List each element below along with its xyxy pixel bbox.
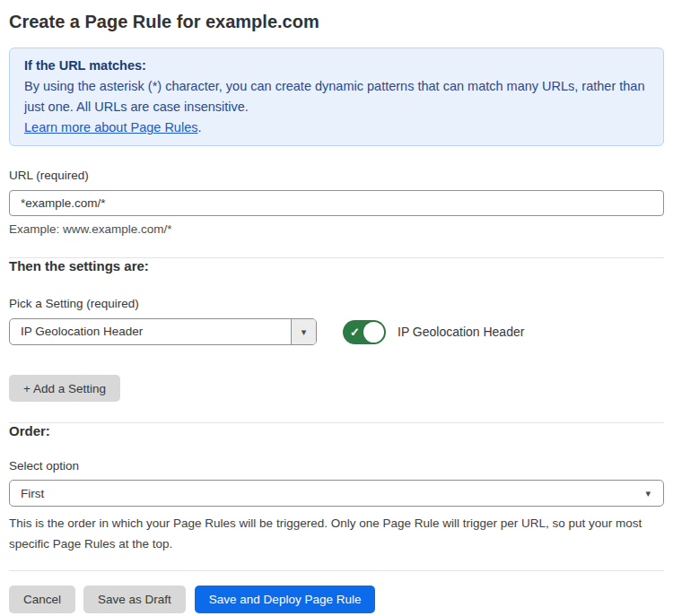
url-example-hint: Example: www.example.com/* [9,222,664,236]
toggle-knob [363,322,384,343]
url-input[interactable] [9,190,664,216]
order-select[interactable]: First ▾ [9,480,664,507]
create-page-rule-form: Create a Page Rule for example.com If th… [0,0,673,616]
learn-more-link[interactable]: Learn more about Page Rules [24,120,197,134]
link-period: . [197,120,201,134]
url-match-info-box: If the URL matches: By using the asteris… [9,48,664,146]
section-divider [9,570,664,571]
toggle-label: IP Geolocation Header [398,325,524,339]
info-box-link-line: Learn more about Page Rules. [24,117,649,138]
info-box-heading: If the URL matches: [24,56,649,76]
order-section-heading: Order: [9,423,664,439]
save-as-draft-button[interactable]: Save as Draft [83,586,186,613]
setting-row: IP Geolocation Header ▾ ✓ IP Geolocation… [9,318,664,345]
add-setting-button[interactable]: + Add a Setting [9,375,120,402]
order-select-value: First [21,487,44,500]
pick-setting-label: Pick a Setting (required) [9,297,664,311]
ip-geolocation-toggle[interactable]: ✓ [343,320,386,344]
setting-select[interactable]: IP Geolocation Header ▾ [9,318,317,345]
page-title: Create a Page Rule for example.com [9,11,664,32]
chevron-down-icon: ▾ [302,326,307,338]
chevron-down-icon: ▾ [645,488,651,499]
setting-select-arrow-button[interactable]: ▾ [291,319,316,344]
url-label: URL (required) [9,169,664,183]
check-icon: ✓ [350,326,360,338]
footer-actions: Cancel Save as Draft Save and Deploy Pag… [9,586,664,613]
cancel-button[interactable]: Cancel [9,586,75,613]
info-box-body: By using the asterisk (*) character, you… [24,76,649,117]
setting-select-value: IP Geolocation Header [10,319,291,344]
order-help-text: This is the order in which your Page Rul… [9,513,664,554]
save-and-deploy-button[interactable]: Save and Deploy Page Rule [195,586,376,613]
order-select-label: Select option [9,459,664,473]
settings-section-heading: Then the settings are: [9,258,664,274]
